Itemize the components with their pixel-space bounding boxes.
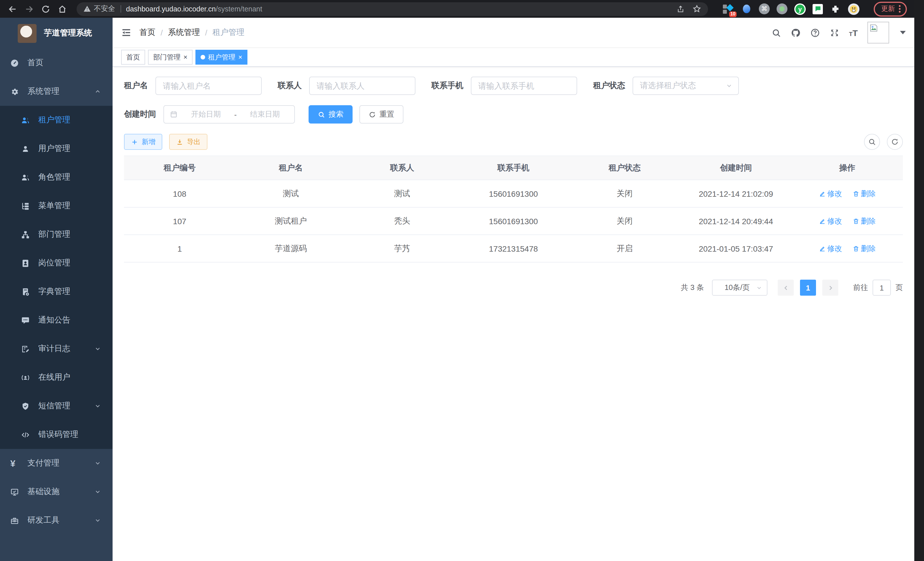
share-icon[interactable] (676, 5, 685, 13)
refresh-table-button[interactable] (887, 134, 903, 150)
forward-icon[interactable] (25, 4, 34, 14)
tag-home[interactable]: 首页 (121, 50, 145, 65)
edit-icon (819, 190, 825, 197)
sidebar-item-dict[interactable]: 字典管理 (0, 277, 112, 306)
sidebar-item-infra[interactable]: 基础设施 (0, 478, 112, 506)
close-icon[interactable]: × (238, 54, 242, 61)
chevron-down-icon (94, 460, 101, 467)
breadcrumb-home[interactable]: 首页 (140, 27, 155, 38)
show-search-button[interactable] (864, 134, 880, 150)
chevron-down-icon (94, 345, 101, 352)
status-select[interactable]: 请选择租户状态 (633, 77, 739, 95)
back-icon[interactable] (8, 4, 17, 14)
sidebar-item-user[interactable]: 用户管理 (0, 134, 112, 163)
edit-link[interactable]: 修改 (819, 188, 842, 199)
tenant-name-input[interactable] (155, 77, 262, 95)
cell-actions: 修改 删除 (791, 235, 903, 262)
extension-chat-icon[interactable] (813, 4, 823, 14)
browser-menu-icon[interactable] (899, 5, 901, 12)
col-tenant-name: 租户名 (235, 156, 346, 180)
sidebar-item-role[interactable]: 角色管理 (0, 163, 112, 192)
delete-link[interactable]: 删除 (852, 188, 876, 199)
online-user-icon (21, 373, 30, 382)
chevron-up-icon (94, 88, 101, 95)
search-button[interactable]: 搜索 (309, 105, 352, 123)
reset-button[interactable]: 重置 (359, 105, 404, 123)
edit-link[interactable]: 修改 (819, 216, 842, 226)
address-bar[interactable]: 不安全 dashboard.yudao.iocoder.cn/system/te… (76, 2, 708, 16)
sidebar-item-tenant[interactable]: 租户管理 (0, 106, 112, 134)
breadcrumb-system[interactable]: 系统管理 (168, 27, 200, 38)
reload-icon[interactable] (41, 4, 50, 14)
table-row: 107 测试租户 秃头 15601691300 关闭 2021-12-14 20… (124, 207, 903, 235)
sidebar-item-post[interactable]: 岗位管理 (0, 249, 112, 277)
bookmark-star-icon[interactable] (693, 5, 701, 13)
sidebar-item-pay[interactable]: ¥ 支付管理 (0, 449, 112, 478)
peoples-icon (21, 116, 30, 124)
sidebar-item-sms[interactable]: 短信管理 (0, 392, 112, 420)
extension-badge: 10 (729, 11, 736, 17)
extension-balloon-icon[interactable] (741, 3, 752, 15)
sidebar-item-menu[interactable]: 菜单管理 (0, 192, 112, 220)
fullscreen-icon[interactable] (830, 28, 839, 38)
export-button[interactable]: 导出 (169, 134, 207, 150)
sidebar-item-dept[interactable]: 部门管理 (0, 220, 112, 249)
sidebar-item-system[interactable]: 系统管理 (0, 77, 112, 106)
avatar[interactable] (867, 22, 889, 44)
home-icon[interactable] (58, 4, 67, 14)
sidebar-item-devtools[interactable]: 研发工具 (0, 506, 112, 535)
plus-icon (131, 138, 138, 146)
chevron-left-icon (783, 284, 789, 291)
security-label[interactable]: 不安全 (94, 4, 115, 14)
page-number-1[interactable]: 1 (800, 280, 816, 296)
end-date-placeholder: 结束日期 (241, 109, 289, 120)
contact-input[interactable] (309, 77, 416, 95)
navbar-actions: TT (771, 22, 906, 44)
date-range-picker[interactable]: 开始日期 - 结束日期 (164, 105, 295, 123)
search-icon[interactable] (771, 28, 781, 38)
filter-row-1: 租户名 联系人 联系手机 租户状态 请选择租户状态 (124, 77, 903, 95)
sidebar-item-error-code[interactable]: 错误码管理 (0, 420, 112, 449)
tag-dept[interactable]: 部门管理 × (148, 50, 193, 65)
sidebar-item-home[interactable]: 首页 (0, 49, 112, 77)
pagination: 共 3 条 10条/页 1 前往 页 (124, 280, 903, 296)
cell-status: 开启 (569, 235, 680, 262)
extension-widget-icon[interactable]: 10 (722, 3, 734, 15)
extension-record-icon[interactable] (777, 3, 788, 14)
table-row: 1 芋道源码 芋艿 17321315478 开启 2021-01-05 17:0… (124, 235, 903, 262)
sidebar-toggle-icon[interactable] (121, 27, 131, 38)
delete-link[interactable]: 删除 (852, 243, 876, 254)
goto-page-input[interactable] (873, 280, 891, 296)
browser-update-button[interactable]: 更新 (874, 2, 907, 16)
shield-check-icon (21, 402, 30, 410)
tenant-table: 租户编号 租户名 联系人 联系手机 租户状态 创建时间 操作 108 测试 (124, 156, 903, 262)
font-size-icon[interactable]: TT (849, 28, 858, 38)
sidebar-item-notice[interactable]: 通知公告 (0, 306, 112, 335)
github-icon[interactable] (790, 28, 800, 38)
extension-command-icon[interactable]: ⌘ (759, 3, 770, 14)
delete-link[interactable]: 删除 (852, 216, 876, 226)
help-icon[interactable] (810, 28, 820, 38)
col-created: 创建时间 (680, 156, 791, 180)
cell-mobile: 17321315478 (458, 235, 569, 262)
sidebar: 芋道管理系统 首页 系统管理 租户管理 用户管理 (0, 18, 112, 561)
add-button[interactable]: 新增 (124, 134, 162, 150)
close-icon[interactable]: × (183, 54, 188, 61)
sidebar-item-audit-log[interactable]: 审计日志 (0, 335, 112, 363)
mobile-input[interactable] (471, 77, 577, 95)
prev-page-button[interactable] (778, 280, 794, 296)
next-page-button[interactable] (822, 280, 838, 296)
edit-link[interactable]: 修改 (819, 243, 842, 254)
extension-emoji-icon[interactable] (848, 3, 860, 15)
tag-tenant[interactable]: 租户管理 × (195, 50, 248, 65)
cell-tenant-name: 测试 (235, 180, 346, 207)
extension-y-icon[interactable]: y (794, 3, 806, 15)
extensions-puzzle-icon[interactable] (830, 3, 841, 15)
url-path: /system/tenant (216, 5, 262, 13)
sidebar-item-online-users[interactable]: 在线用户 (0, 363, 112, 392)
page-size-select[interactable]: 10条/页 (712, 280, 767, 296)
caret-down-icon[interactable] (900, 31, 906, 34)
code-icon (21, 430, 30, 439)
logo[interactable]: 芋道管理系统 (0, 18, 112, 49)
cell-tenant-id: 1 (124, 235, 235, 262)
